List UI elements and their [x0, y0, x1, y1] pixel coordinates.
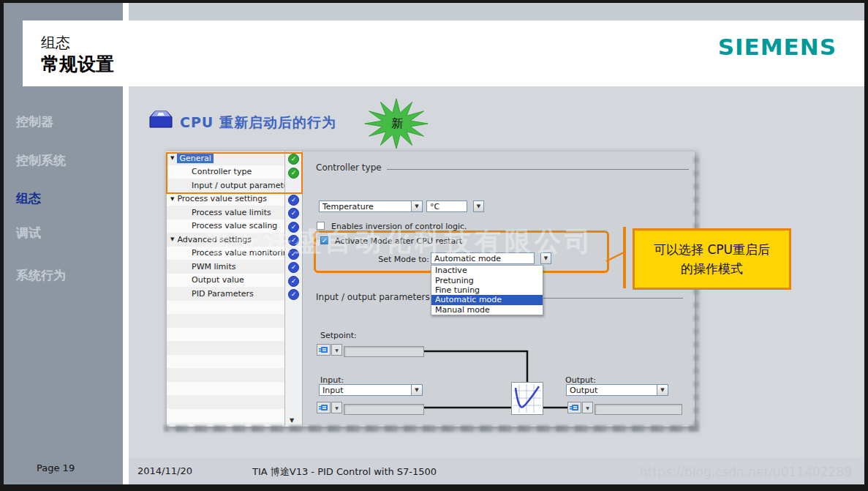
tree-empty-row — [167, 328, 284, 342]
mode-option[interactable]: Pretuning — [431, 275, 543, 285]
output-value: Output — [570, 386, 597, 395]
tree-item[interactable]: PID Parameters — [167, 287, 284, 301]
mode-option[interactable]: Automatic mode — [431, 295, 543, 304]
footer-date: 2014/11/20 — [137, 465, 192, 476]
chevron-down-icon[interactable]: ▼ — [411, 385, 422, 395]
input-value: Input — [322, 386, 343, 395]
output-field[interactable] — [595, 404, 682, 415]
tree-item-label: Output value — [192, 275, 244, 285]
blue-check-icon: ✓ — [288, 276, 299, 287]
slide-pretitle: 组态 — [41, 33, 70, 53]
blue-check-icon: ✓ — [288, 208, 299, 219]
setpoint-chevron-down-icon[interactable]: ▼ — [331, 344, 342, 356]
tree-item-label: Advanced settings — [177, 235, 252, 244]
caret-down-icon[interactable]: ▼ — [170, 236, 174, 242]
blue-check-icon: ✓ — [288, 222, 299, 233]
sidebar-item-0[interactable]: 控制器 — [16, 113, 53, 130]
slide-title: 常规设置 — [41, 52, 114, 76]
tree-item-label: Process value scaling — [192, 221, 277, 230]
cpu-module-icon — [148, 109, 174, 130]
mode-dropdown-list: InactivePretuningFine tuningAutomatic mo… — [431, 265, 543, 315]
tree-item-label: Process value limits — [192, 208, 271, 217]
activate-mode-checkbox[interactable]: ✓ — [320, 236, 328, 244]
tree-item[interactable]: PWM limits — [167, 260, 284, 274]
caret-down-icon[interactable]: ▼ — [170, 196, 174, 202]
slide-header: 组态 常规设置 SIEMENS — [23, 20, 864, 86]
pid-chart-icon — [511, 382, 543, 415]
sidebar-item-4[interactable]: 系统行为 — [16, 267, 66, 284]
setpoint-label: Setpoint: — [320, 331, 357, 340]
input-chevron-down-icon[interactable]: ▼ — [331, 402, 342, 413]
tree-empty-row — [167, 382, 284, 396]
callout-bar — [623, 227, 626, 288]
tree-empty-row — [167, 341, 284, 355]
set-mode-chevron-down-icon[interactable]: ▼ — [540, 252, 551, 264]
output-chevron-down-icon[interactable]: ▼ — [582, 402, 593, 413]
tree-item[interactable]: Process value scaling — [167, 220, 284, 233]
blue-check-icon: ✓ — [288, 235, 299, 246]
tree-item-label: PWM limits — [192, 262, 235, 271]
blue-check-icon: ✓ — [288, 249, 299, 260]
blue-check-icon: ✓ — [288, 262, 299, 273]
activate-mode-label: Activate Mode after CPU restart — [335, 236, 462, 246]
callout-line1: 可以选择 CPU重启后 — [654, 240, 770, 259]
page-number: Page 19 — [37, 462, 75, 473]
sidebar-item-1[interactable]: 控制系统 — [16, 152, 66, 169]
set-mode-value: Automatic mode — [434, 254, 501, 263]
blog-url-watermark: https://blog.csdn.net/u011402289 — [640, 465, 852, 479]
footer-deck-title: TIA 博途V13 - PID Control with S7-1500 — [252, 465, 437, 479]
new-badge-label: 新 — [376, 116, 418, 132]
scroll-down-icon[interactable]: ▼ — [290, 417, 294, 424]
tree-empty-row — [167, 301, 284, 315]
input-field[interactable] — [344, 404, 424, 415]
setpoint-field[interactable] — [344, 346, 424, 357]
callout-line2: 的操作模式 — [681, 259, 743, 278]
tree-empty-row — [167, 355, 284, 369]
tree-item[interactable]: Output value — [167, 274, 284, 288]
tree-empty-row — [167, 409, 284, 423]
output-plug-icon[interactable] — [567, 402, 581, 413]
sidebar-item-3[interactable]: 调试 — [16, 225, 41, 241]
mode-option[interactable]: Manual mode — [431, 305, 543, 315]
chevron-down-icon[interactable]: ▼ — [657, 385, 668, 395]
top-band — [129, 3, 864, 20]
tree-empty-row — [167, 395, 284, 409]
tree-item[interactable]: Process value monitoring — [167, 247, 284, 261]
set-mode-label: Set Mode to: — [365, 255, 429, 264]
setpoint-plug-icon[interactable] — [317, 344, 331, 356]
blue-check-icon: ✓ — [288, 195, 299, 206]
mode-option[interactable]: Inactive — [431, 266, 543, 275]
output-select[interactable]: Output ▼ — [566, 384, 668, 396]
mode-option[interactable]: Fine tuning — [431, 285, 543, 295]
input-select[interactable]: Input ▼ — [319, 384, 423, 396]
tia-screenshot: ▼GeneralController typeInput / output pa… — [167, 151, 695, 427]
callout-box: 可以选择 CPU重启后 的操作模式 — [633, 228, 791, 290]
tree-item[interactable]: ▼Process value settings — [167, 192, 284, 206]
presentation-slide: 组态 常规设置 SIEMENS 控制器控制系统组态调试系统行为 Page 19 … — [0, 0, 868, 491]
blue-check-icon: ✓ — [288, 289, 299, 300]
tree-empty-row — [167, 314, 284, 328]
tree-item-label: PID Parameters — [192, 289, 254, 299]
set-mode-select[interactable]: Automatic mode — [431, 252, 535, 264]
tree-item[interactable]: ▼Advanced settings — [167, 233, 284, 247]
siemens-logo: SIEMENS — [718, 34, 837, 60]
input-plug-icon[interactable] — [317, 402, 331, 413]
tree-item-label: Process value settings — [177, 194, 267, 203]
sidebar-item-2[interactable]: 组态 — [16, 190, 41, 207]
section-heading: CPU 重新启动后的行为 — [180, 113, 336, 132]
tree-item[interactable]: Process value limits — [167, 206, 284, 220]
tree-item-label: Process value monitoring — [192, 248, 285, 258]
tree-empty-row — [167, 368, 284, 382]
tree-highlight-box — [166, 152, 303, 194]
